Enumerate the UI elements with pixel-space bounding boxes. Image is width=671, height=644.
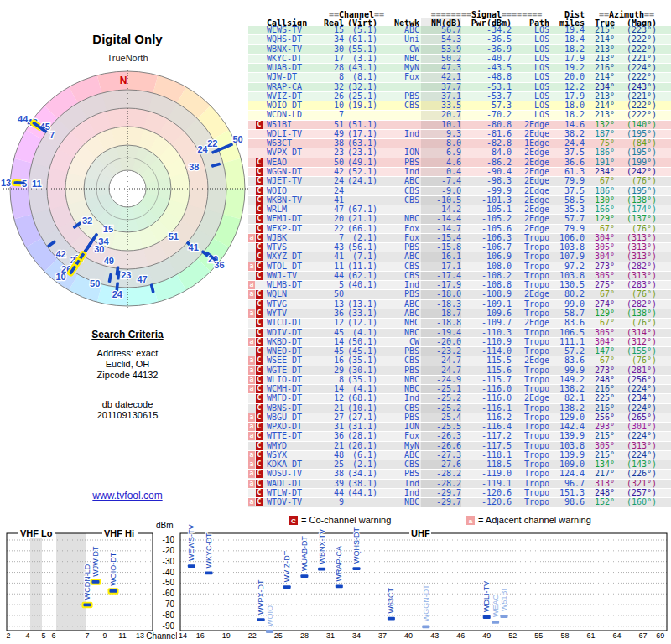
callsign-link[interactable]: WMFD-DT <box>267 394 319 402</box>
callsign-link[interactable]: WBNX-TV <box>267 45 319 54</box>
callsign-link[interactable]: WICU-DT <box>267 319 319 327</box>
real-channel: 11 <box>319 262 344 271</box>
callsign-link[interactable]: WQHS-DT <box>267 35 319 44</box>
path: Tropo <box>512 329 549 337</box>
callsign-link[interactable]: WOIO <box>267 187 319 195</box>
callsign-link[interactable]: WMYD <box>267 442 319 450</box>
callsign-link[interactable]: WTTE-DT <box>267 432 319 440</box>
callsign-link[interactable]: WTOL-DT <box>267 262 319 271</box>
callsign-link[interactable]: WTLW-DT <box>267 489 319 497</box>
callsign-link[interactable]: WVIZ-DT <box>267 92 319 101</box>
real-channel: 9 <box>319 498 344 506</box>
callsign-link[interactable]: WSEE-DT <box>267 356 319 365</box>
path: 2Edge <box>512 205 549 214</box>
callsign-link[interactable]: WKBN-TV <box>267 196 319 205</box>
callsign-link[interactable]: WEWS-TV <box>267 26 319 34</box>
radar-channel-label: 10 <box>55 272 65 282</box>
table-row: WQHS-DT34(61.1)Uni54.3-36.5LOS18.4214°(2… <box>248 35 671 44</box>
power-dbm: -108.9 <box>465 290 512 299</box>
callsign-link[interactable]: WGTE-DT <box>267 366 319 375</box>
callsign-link[interactable]: WADL-DT <box>267 480 319 488</box>
co-channel-warning-badge: C <box>256 205 263 214</box>
callsign-link[interactable]: WTVS <box>267 243 319 252</box>
callsign-link[interactable]: WFMJ-DT <box>267 215 319 223</box>
real-channel: 39 <box>319 480 344 488</box>
callsign-link[interactable]: WBNS-DT <box>267 404 319 413</box>
callsign-link[interactable]: KDKA-DT <box>267 460 319 469</box>
callsign-link[interactable]: WJET-TV <box>267 177 319 185</box>
azimuth-magnetic: (224°) <box>615 64 657 72</box>
callsign-link[interactable]: WOIO-DT <box>267 101 319 110</box>
callsign-link[interactable]: WJW-DT <box>267 73 319 81</box>
callsign-link[interactable]: WCDN-LD <box>267 111 319 119</box>
azimuth-true: 132° <box>585 121 615 129</box>
vhf-lo-label: VHF Lo <box>20 528 53 538</box>
callsign-link[interactable]: WQLN <box>267 290 319 299</box>
azimuth-magnetic: (314°) <box>615 329 657 337</box>
noise-margin: -26.3 <box>421 432 461 440</box>
azimuth-magnetic: (283°) <box>615 281 657 289</box>
virtual-channel: (5.1) <box>342 26 377 34</box>
callsign-link[interactable]: WTOV-TV <box>267 498 319 506</box>
network: CBS <box>386 404 419 413</box>
callsign-link[interactable]: WVPX-DT <box>267 148 319 157</box>
callsign-link[interactable]: WNEO-DT <box>267 347 319 356</box>
azimuth-true: 186° <box>585 187 615 195</box>
distance-miles: 103.8 <box>549 442 585 450</box>
chart-station-label: W51BI <box>500 589 508 611</box>
callsign-link[interactable]: WKBD-DT <box>267 338 319 346</box>
azimuth-magnetic: (313°) <box>615 252 657 261</box>
callsign-link[interactable]: WOSU-TV <box>267 470 319 478</box>
callsign-link[interactable]: WUAB-DT <box>267 64 319 72</box>
azimuth-true: 216° <box>585 404 615 413</box>
network: MyN <box>386 442 419 450</box>
callsign-link[interactable]: WLMB-DT <box>267 281 319 289</box>
callsign-link[interactable]: WBGU-DT <box>267 413 319 422</box>
noise-margin: 8.0 <box>421 139 461 148</box>
radar-channel-label: 38 <box>189 162 199 172</box>
network: CBS <box>386 460 419 469</box>
callsign-link[interactable]: WCMH-DT <box>267 385 319 393</box>
callsign-link[interactable]: WTVG <box>267 300 319 309</box>
virtual-channel <box>342 111 377 119</box>
callsign-link[interactable]: W51BI <box>267 121 319 129</box>
path: Tropo <box>512 252 549 261</box>
tvfool-link[interactable]: www.tvfool.com <box>92 490 162 501</box>
callsign-link[interactable]: WSYX <box>267 451 319 460</box>
radar-channel-label: 42 <box>55 249 65 259</box>
virtual-channel: (43.1) <box>342 64 377 72</box>
network <box>386 121 419 129</box>
radar-channel-label: 41 <box>189 242 199 252</box>
callsign-link[interactable]: W63CT <box>267 139 319 148</box>
adjacent-channel-warning-badge: a <box>248 338 255 346</box>
callsign-link[interactable]: WDLI-TV <box>267 130 319 138</box>
callsign-link[interactable]: WRAP-CA <box>267 83 319 91</box>
noise-margin: -10.5 <box>421 196 461 205</box>
callsign-link[interactable]: WYTV <box>267 309 319 318</box>
chart-station-label: WRAP-CA <box>335 546 343 582</box>
distance-miles: 18.2 <box>549 111 585 119</box>
callsign-link[interactable]: WLIO-DT <box>267 376 319 384</box>
table-row: CWFMJ-DT20(21.1)NBC-14.4-105.22Edge57.71… <box>248 215 671 224</box>
callsign-link[interactable]: WPXD-DT <box>267 423 319 431</box>
callsign-link[interactable]: WRLM <box>267 205 319 214</box>
noise-margin: -14.7 <box>421 225 461 233</box>
real-channel: 45 <box>319 347 344 356</box>
noise-margin: 0.4 <box>421 168 461 176</box>
co-channel-warning-badge: C <box>256 498 263 506</box>
callsign-link[interactable]: WXYZ-DT <box>267 252 319 261</box>
azimuth-true: 215° <box>585 432 615 440</box>
callsign-link[interactable]: WFXP-DT <box>267 225 319 233</box>
noise-margin: 37.1 <box>421 92 461 101</box>
azimuth-true: 166° <box>585 205 615 214</box>
distance-miles: 129.0 <box>549 413 585 422</box>
table-row: CWXYZ-DT41(7.1)ABC-16.1-106.9Tropo107.93… <box>248 252 671 262</box>
noise-margin: -25.5 <box>421 423 461 431</box>
co-channel-warning-badge: C <box>256 442 263 450</box>
callsign-link[interactable]: WGGN-DT <box>267 168 319 176</box>
callsign-link[interactable]: WKYC-DT <box>267 55 319 63</box>
callsign-link[interactable]: WJBK <box>267 234 319 242</box>
callsign-link[interactable]: WWJ-TV <box>267 272 319 280</box>
callsign-link[interactable]: WDIV-DT <box>267 329 319 337</box>
callsign-link[interactable]: WEAO <box>267 158 319 167</box>
